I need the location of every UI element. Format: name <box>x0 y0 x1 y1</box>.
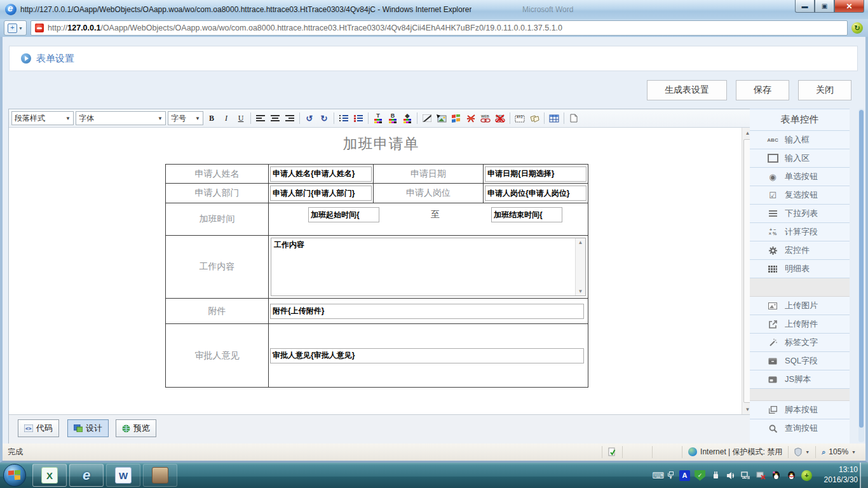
approver-opinion-field[interactable]: 审批人意见{审批人意见} <box>270 348 584 363</box>
safety-orb-icon[interactable]: + <box>801 470 812 481</box>
sidebar-item-macro[interactable]: 宏控件 <box>750 241 850 260</box>
italic-button[interactable]: I <box>220 112 233 125</box>
input-method-icon[interactable]: A <box>679 470 690 481</box>
editor-toolbar: 段落样式▼ 字体▼ 字号▼ B I U ↺ ↻ T <box>9 109 753 128</box>
sidebar-item-detail-table[interactable]: 明细表 <box>750 260 850 278</box>
attachment-field[interactable]: 附件{上传附件} <box>270 304 584 319</box>
form-canvas[interactable]: 加班申请单 申请人姓名 申请人姓名{申请人姓名} 申请日期 申请日期{日期选择}… <box>9 128 753 414</box>
network-icon[interactable] <box>740 470 751 481</box>
taskbar-clock[interactable]: 13:10 2016/3/30 <box>824 464 858 485</box>
redo-icon[interactable]: ↻ <box>318 112 330 125</box>
power-plug-icon[interactable] <box>710 470 721 481</box>
web-link-icon[interactable]: WEB <box>479 112 492 125</box>
close-button[interactable]: 关闭 <box>798 80 851 100</box>
field-label: 审批人意见 <box>166 324 269 388</box>
scrollbar-thumb[interactable] <box>859 110 864 428</box>
window-title: http://127.0.0.1/OAapp/WebObjects/OAapp.… <box>20 5 471 14</box>
overtime-end-field[interactable]: 加班结束时间{ <box>491 207 562 222</box>
show-desktop-button[interactable] <box>860 463 868 488</box>
refresh-icon[interactable]: ↻ <box>851 22 863 34</box>
url-field[interactable]: http://127.0.0.1/OAapp/WebObjects/OAapp.… <box>31 20 848 36</box>
status-empty-segment <box>622 446 652 458</box>
protected-mode-dropdown[interactable]: ▼ <box>788 446 815 458</box>
checkbox-icon: ☑ <box>766 191 779 200</box>
overtime-start-field[interactable]: 加班起始时间{ <box>308 207 379 222</box>
volume-icon[interactable] <box>725 470 736 481</box>
insert-table-icon[interactable] <box>548 112 560 125</box>
section-arrow-icon <box>21 53 31 64</box>
qq-icon[interactable] <box>786 470 797 481</box>
font-select[interactable]: 字体▼ <box>76 111 166 125</box>
tab-design[interactable]: 设计 <box>67 419 109 437</box>
paragraph-style-select[interactable]: 段落样式▼ <box>11 111 74 125</box>
sidebar-item-input-area[interactable]: 输入区 <box>750 149 850 168</box>
qq-pink-icon[interactable] <box>771 470 782 481</box>
hands-icon[interactable] <box>528 112 541 125</box>
tab-code[interactable]: <> 代码 <box>18 419 59 437</box>
overtime-form-table: 申请人姓名 申请人姓名{申请人姓名} 申请日期 申请日期{日期选择} 申请人部门… <box>165 164 588 388</box>
textarea-scrollbar[interactable]: ▲ ▼ <box>575 238 585 295</box>
taskbar-app-photo[interactable] <box>143 464 177 487</box>
save-button[interactable]: 保存 <box>736 80 789 100</box>
language-keyboard-icon[interactable]: ⌨ <box>653 470 663 481</box>
applicant-dept-field[interactable]: 申请人部门{申请人部门} <box>270 186 372 201</box>
maximize-button[interactable]: ▣ <box>815 0 834 13</box>
sidebar-item-checkbox[interactable]: ☑ 复选按钮 <box>750 186 850 205</box>
start-button[interactable] <box>3 464 26 487</box>
work-content-textarea[interactable]: 工作内容 ▲ ▼ <box>271 238 586 296</box>
flash-icon[interactable] <box>465 112 477 125</box>
taskbar-app-ie[interactable]: e <box>69 464 104 487</box>
sidebar-item-upload-attachment[interactable]: 上传附件 <box>750 315 850 334</box>
close-window-button[interactable]: ✕ <box>834 0 864 13</box>
sidebar-item-radio[interactable]: ◉ 单选按钮 <box>750 168 850 186</box>
bold-button[interactable]: B <box>205 112 218 125</box>
sidebar-item-sql-field[interactable]: SQL字段 <box>750 352 850 370</box>
security-zone[interactable]: Internet | 保护模式: 禁用 <box>682 446 788 458</box>
compatibility-button[interactable]: + ▼ <box>4 20 27 36</box>
ie-icon <box>5 4 17 15</box>
scroll-down-icon[interactable]: ▼ <box>576 288 585 294</box>
antivirus-shield-icon[interactable]: ✓ <box>695 470 705 481</box>
background-color-icon[interactable]: B <box>386 112 399 125</box>
align-right-icon[interactable] <box>283 112 296 125</box>
insert-image-icon[interactable] <box>435 112 448 125</box>
unordered-list-icon[interactable] <box>352 112 365 125</box>
detail-table-icon <box>766 266 779 273</box>
disconnected-monitor-icon[interactable] <box>756 470 766 481</box>
text-color-icon[interactable]: T <box>372 112 384 125</box>
generate-table-settings-button[interactable]: 生成表设置 <box>647 80 727 100</box>
xyz-box-icon[interactable]: XYZ <box>513 112 526 125</box>
sidebar-item-input-box[interactable]: ABC 输入框 <box>750 131 850 149</box>
ordered-list-icon[interactable] <box>337 112 350 125</box>
field-label: 申请日期 <box>374 165 484 184</box>
align-center-icon[interactable] <box>269 112 281 125</box>
font-size-select[interactable]: 字号▼ <box>168 111 203 125</box>
underline-button[interactable]: U <box>234 112 247 125</box>
sidebar-item-dropdown[interactable]: 下拉列表 <box>750 205 850 223</box>
windows-media-icon[interactable] <box>450 112 463 125</box>
sidebar-item-query-button[interactable]: 查询按钮 <box>750 419 850 437</box>
undo-icon[interactable]: ↺ <box>303 112 316 125</box>
page-scrollbar[interactable] <box>858 109 864 442</box>
show-hidden-icons[interactable]: ▼ <box>668 471 674 480</box>
sidebar-item-upload-image[interactable]: 上传图片 <box>750 297 850 315</box>
minimize-button[interactable]: ▬ <box>795 0 815 13</box>
js-script-icon <box>766 376 779 383</box>
sidebar-item-js-script[interactable]: JS脚本 <box>750 370 850 389</box>
zoom-control[interactable]: ⌕ 105% ▼ <box>815 446 862 458</box>
new-document-icon[interactable] <box>567 112 580 125</box>
web-unlink-icon[interactable]: WEB <box>494 112 506 125</box>
sidebar-item-calc-field[interactable]: + −× % 计算字段 <box>750 223 850 241</box>
fill-color-icon[interactable]: ◆ <box>401 112 414 125</box>
applicant-post-field[interactable]: 申请人岗位{申请人岗位} <box>485 186 587 201</box>
align-left-icon[interactable] <box>254 112 267 125</box>
taskbar-app-word[interactable]: W <box>106 464 140 487</box>
sidebar-item-script-button[interactable]: 脚本按钮 <box>750 401 850 419</box>
sidebar-item-label-text[interactable]: 标签文字 <box>750 334 850 352</box>
scroll-up-icon[interactable]: ▲ <box>576 240 585 245</box>
tab-preview[interactable]: 预览 <box>116 419 156 437</box>
taskbar-app-excel[interactable]: X <box>32 464 67 487</box>
apply-date-field[interactable]: 申请日期{日期选择} <box>485 166 587 182</box>
horizontal-rule-icon[interactable] <box>421 112 433 125</box>
applicant-name-field[interactable]: 申请人姓名{申请人姓名} <box>270 166 372 182</box>
